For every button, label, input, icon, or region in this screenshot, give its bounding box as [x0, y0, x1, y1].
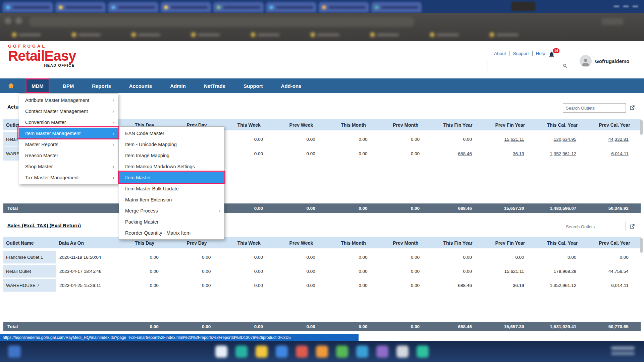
header-link[interactable]: Support: [509, 51, 532, 56]
tab-title-blob: [329, 6, 366, 9]
column-header: Prev Fin Year: [484, 119, 536, 130]
nav-item[interactable]: Add-ons: [276, 78, 307, 93]
user-menu[interactable]: Gofrugaldemo: [580, 55, 630, 67]
submenu-item[interactable]: Reorder Quantity - Matrix Item: [119, 227, 224, 238]
submenu-item[interactable]: Item - Unicode Mapping: [119, 139, 224, 150]
search-icon[interactable]: [560, 63, 570, 69]
bookmark-icon[interactable]: [191, 33, 196, 37]
window-maximize-icon[interactable]: [623, 6, 629, 7]
outlets-search-input-2[interactable]: [563, 222, 626, 231]
browser-tabstrip: [0, 0, 644, 13]
scrollbar[interactable]: [640, 238, 643, 253]
taskbar-icon[interactable]: [276, 346, 288, 358]
submenu-item[interactable]: Item Master: [119, 172, 224, 183]
home-button[interactable]: [5, 78, 17, 93]
submenu-arrow-icon: ›: [112, 108, 114, 114]
taskbar-icon[interactable]: [417, 346, 429, 358]
value-cell[interactable]: 36.19: [484, 146, 536, 161]
column-header: Prev Cal. Year: [588, 119, 641, 130]
taskbar-icon[interactable]: [296, 346, 308, 358]
global-search-input[interactable]: [487, 61, 560, 71]
bookmark-icon[interactable]: [12, 33, 16, 37]
menu-item[interactable]: Attribute Master Management ›: [19, 95, 118, 106]
outlets-search-input-1[interactable]: [563, 104, 626, 112]
nav-item[interactable]: Reports: [87, 78, 116, 93]
header-link[interactable]: About: [491, 51, 509, 56]
browser-tab[interactable]: [3, 2, 53, 12]
menu-item-label: Shop Master: [25, 164, 112, 169]
taskbar-icon[interactable]: [256, 346, 268, 358]
nav-item[interactable]: Accounts: [124, 78, 157, 93]
browser-tab[interactable]: [213, 2, 264, 12]
open-in-new-icon[interactable]: [629, 223, 635, 230]
browser-toolbar-blurred: [0, 13, 644, 41]
browser-tab[interactable]: [319, 2, 369, 12]
taskbar-icon[interactable]: [215, 346, 227, 358]
menu-item[interactable]: Item Master Management ›: [19, 128, 118, 139]
header-link[interactable]: Help: [532, 51, 549, 56]
browser-tab[interactable]: [371, 2, 422, 12]
browser-tab[interactable]: [108, 2, 158, 12]
value-cell[interactable]: 688.46: [432, 146, 484, 161]
scrollbar[interactable]: [640, 120, 643, 135]
nav-item[interactable]: Support: [238, 78, 268, 93]
window-close-icon[interactable]: [633, 6, 638, 7]
value-cell[interactable]: 44,332.81: [588, 132, 641, 146]
menu-item[interactable]: Shop Master ›: [19, 161, 118, 172]
menu-item[interactable]: Master Reports ›: [19, 139, 118, 150]
nav-item[interactable]: NetTrade: [199, 78, 230, 93]
browser-tab[interactable]: [55, 2, 106, 12]
value-cell[interactable]: 1,352,961.12: [536, 146, 589, 161]
tab-title-blob: [13, 6, 50, 9]
submenu-item-label: Item - Unicode Mapping: [125, 142, 221, 147]
bookmark-icon[interactable]: [490, 33, 494, 37]
report-title-sales: Sales (Excl. TAX) (Excl Return): [7, 223, 81, 228]
bookmark-icon[interactable]: [131, 33, 136, 37]
open-in-new-icon[interactable]: [629, 105, 635, 111]
taskbar-icon[interactable]: [336, 346, 348, 358]
notifications-button[interactable]: 14: [548, 49, 561, 60]
submenu-item[interactable]: Item Image Mapping: [119, 150, 224, 161]
value-cell[interactable]: 6,014.11: [588, 146, 641, 161]
menu-item[interactable]: Conversion Master ›: [19, 117, 118, 128]
bookmark-icon[interactable]: [370, 33, 375, 37]
value-cell[interactable]: 15,621.11: [484, 132, 536, 146]
column-header: Prev Month: [379, 119, 432, 130]
bookmark-icon[interactable]: [311, 33, 315, 37]
column-header: This Cal. Year: [536, 237, 589, 248]
menu-item[interactable]: Reason Master: [19, 150, 118, 161]
nav-item[interactable]: MDM: [25, 78, 50, 93]
column-header: Prev Month: [379, 237, 432, 248]
bookmark-icon[interactable]: [251, 33, 255, 37]
value-cell: 0.00: [432, 251, 484, 263]
submenu-item[interactable]: Packing Master: [119, 216, 224, 227]
taskbar-icon[interactable]: [376, 346, 388, 358]
total-label: Total: [3, 322, 56, 331]
value-cell: 0.00: [171, 279, 223, 292]
window-minimize-icon[interactable]: [614, 6, 619, 7]
bookmark-label-blob: [317, 34, 339, 36]
nav-item[interactable]: Admin: [165, 78, 191, 93]
browser-tab[interactable]: [266, 2, 316, 12]
submenu-item[interactable]: Matrix Item Extension: [119, 194, 224, 205]
nav-item-label: Admin: [170, 83, 186, 89]
menu-item[interactable]: Tax Master Management ›: [19, 172, 118, 183]
value-cell: 0.00: [275, 146, 327, 161]
taskbar-icon[interactable]: [396, 346, 409, 358]
taskbar-icon[interactable]: [356, 346, 368, 358]
taskbar-icon[interactable]: [235, 346, 248, 358]
menu-item[interactable]: Contact Master Management ›: [19, 106, 118, 117]
bookmark-icon[interactable]: [72, 33, 76, 37]
total-value-cell: 688.46: [432, 322, 484, 331]
submenu-item[interactable]: EAN Code Master: [119, 128, 224, 139]
bookmark-icon[interactable]: [430, 33, 434, 37]
taskbar-icon[interactable]: [316, 346, 328, 358]
submenu-item[interactable]: Merge Process ›: [119, 205, 224, 216]
nav-item[interactable]: BPM: [58, 78, 79, 93]
submenu-item[interactable]: Item Markup Markdown Settings: [119, 161, 224, 172]
submenu-item[interactable]: Item Master Bulk Update: [119, 183, 224, 194]
value-cell: 0.00: [588, 251, 641, 263]
browser-tab[interactable]: [161, 2, 211, 12]
value-cell[interactable]: 130,634.95: [536, 132, 589, 146]
toolbar-blob: [602, 18, 623, 25]
